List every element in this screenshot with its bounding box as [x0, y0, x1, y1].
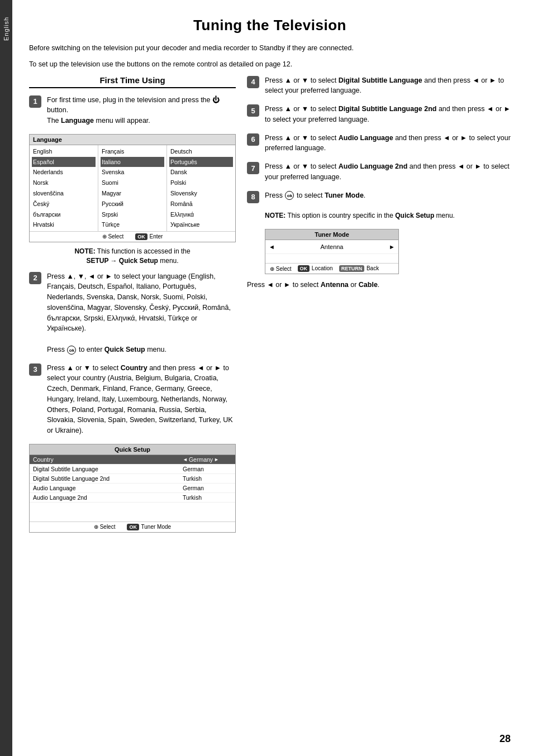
step-8: 8 Press ok to select Tuner Mode. [247, 190, 511, 203]
lang-row: Srpski [101, 209, 164, 220]
lang-row-highlighted: Italiano [101, 157, 164, 168]
step-3-text: Press ▲ or ▼ to select Country and then … [47, 364, 233, 435]
lang-row-highlighted: Español [32, 157, 96, 168]
lang-row: Українське [169, 219, 233, 230]
qs-label: Digital Subtitle Language [30, 465, 179, 473]
step-2-press: Press [47, 346, 66, 353]
step-8-content: Press ok to select Tuner Mode. [265, 190, 511, 201]
step-1: 1 For first time use, plug in the televi… [29, 95, 236, 126]
step-5-num: 5 [247, 104, 259, 117]
two-column-layout: First Time Using 1 For first time use, p… [29, 75, 511, 537]
page-container: English Tuning the Television Before swi… [0, 0, 533, 756]
note-text2: menu. [158, 257, 179, 265]
tuner-header: Tuner Mode [265, 229, 398, 240]
tuner-row: ◄ Antenna ► [265, 240, 398, 254]
qs-row-audio2: Audio Language 2nd Turkish [30, 493, 235, 503]
qs-label: Audio Language [30, 484, 179, 492]
tuner-footer-back: RETURN Back [339, 265, 379, 272]
lang-row: Deutsch [169, 146, 233, 157]
step-3: 3 Press ▲ or ▼ to select Country and the… [29, 363, 236, 436]
lang-row: Ελληνικά [169, 209, 233, 220]
lang-row-highlighted: Português [169, 157, 233, 168]
qs-value: ◄ Germany ► [179, 455, 235, 464]
tuner-menu: Tuner Mode ◄ Antenna ► ⊕ Select OK Locat… [265, 229, 399, 274]
qs-value: Turkish [179, 474, 235, 483]
lang-row: English [32, 146, 96, 157]
lang-row: Nederlands [32, 167, 96, 178]
tuner-spacer [265, 254, 398, 263]
lang-row: Polski [169, 178, 233, 188]
qs-label: Country [30, 455, 179, 464]
intro-text-2: To set up the television use the buttons… [29, 59, 511, 70]
note-bold1: SETUP → Quick Setup [86, 257, 158, 265]
note-8-label: NOTE: [265, 212, 285, 219]
qs-row-country: Country ◄ Germany ► [30, 455, 235, 465]
step-5-content: Press ▲ or ▼ to select Digital Subtitle … [265, 104, 511, 125]
lang-row: Hrvatski [32, 219, 96, 230]
lang-row: Русский [101, 199, 164, 209]
step-2-text: Press ▲, ▼, ◄ or ► to select your langua… [47, 272, 231, 333]
ok-circle-8: ok [285, 191, 294, 200]
page-title: Tuning the Television [29, 17, 511, 34]
right-column: 4 Press ▲ or ▼ to select Digital Subtitl… [247, 75, 511, 537]
step-8-num: 8 [247, 191, 259, 203]
note-1: NOTE: This function is accessed in the S… [29, 247, 236, 266]
step-4-content: Press ▲ or ▼ to select Digital Subtitle … [265, 75, 511, 97]
language-menu: Language English Español Nederlands Nors… [29, 134, 236, 242]
note-8-text: This option is country specific in the Q… [285, 212, 455, 219]
footer-enter: OK Enter [135, 233, 163, 240]
tuner-value: Antenna [275, 243, 389, 250]
step-1-bold1: Language [61, 117, 94, 125]
lang-row: Norsk [32, 178, 96, 188]
note-text: This function is accessed in the [96, 247, 191, 255]
language-menu-footer: ⊕ Select OK Enter [30, 231, 235, 242]
ok-badge: OK [135, 233, 147, 240]
qs-row-subtitle: Digital Subtitle Language German [30, 465, 235, 474]
lang-row: Magyar [101, 188, 164, 199]
step-6-num: 6 [247, 133, 259, 146]
step-7-num: 7 [247, 162, 259, 174]
step-1-text4: menu will appear. [94, 117, 150, 125]
lang-row: Türkçe [101, 219, 164, 230]
main-content: Tuning the Television Before switching o… [12, 0, 533, 756]
page-number: 28 [499, 733, 511, 745]
step-3-num: 3 [29, 363, 41, 376]
qs-spacer [30, 503, 235, 519]
step-1-power: ⏻ [212, 96, 220, 104]
intro-text-1: Before switching on the television put y… [29, 43, 511, 54]
note-8: NOTE: This option is country specific in… [265, 211, 511, 221]
step-4-num: 4 [247, 76, 259, 88]
note-label: NOTE: [74, 247, 95, 255]
side-tab-label: English [3, 17, 9, 41]
side-tab: English [0, 0, 12, 756]
lang-row: Český [32, 199, 96, 209]
qs-value: German [179, 484, 235, 492]
qs-footer-select: ⊕ Select [94, 524, 116, 530]
step-6-content: Press ▲ or ▼ to select Audio Language an… [265, 133, 511, 154]
tuner-footer-location: OK Location [297, 265, 333, 272]
ok-circle-2: ok [67, 346, 76, 355]
qs-footer-tuner: OK Tuner Mode [126, 524, 171, 530]
qs-label: Digital Subtitle Language 2nd [30, 474, 179, 483]
ok-badge: OK [298, 265, 310, 272]
lang-col-3: Deutsch Português Dansk Polski Slovensky… [167, 145, 235, 231]
antenna-cable-text: Press ◄ or ► to select Antenna or Cable. [247, 280, 511, 290]
step-1-text2: button. [47, 106, 68, 114]
step-2-enter: to enter Quick Setup menu. [77, 346, 166, 353]
step-1-content: For first time use, plug in the televisi… [47, 95, 236, 126]
qs-row-empty [30, 519, 235, 521]
qs-header: Quick Setup [30, 444, 235, 455]
step-5: 5 Press ▲ or ▼ to select Digital Subtitl… [247, 104, 511, 125]
lang-row: български [32, 209, 96, 220]
step-1-num: 1 [29, 95, 41, 108]
lang-row: Français [101, 146, 164, 157]
tuner-arrow-right: ► [389, 243, 395, 250]
step-2-content: Press ▲, ▼, ◄ or ► to select your langua… [47, 271, 236, 355]
left-column: First Time Using 1 For first time use, p… [29, 75, 236, 537]
lang-col-1: English Español Nederlands Norsk slovenš… [30, 145, 98, 231]
return-badge: RETURN [339, 265, 365, 272]
section-title: First Time Using [29, 75, 236, 88]
step-6: 6 Press ▲ or ▼ to select Audio Language … [247, 133, 511, 154]
tuner-menu-wrapper: Tuner Mode ◄ Antenna ► ⊕ Select OK Locat… [265, 229, 511, 274]
tuner-footer-select: ⊕ Select [270, 266, 292, 272]
